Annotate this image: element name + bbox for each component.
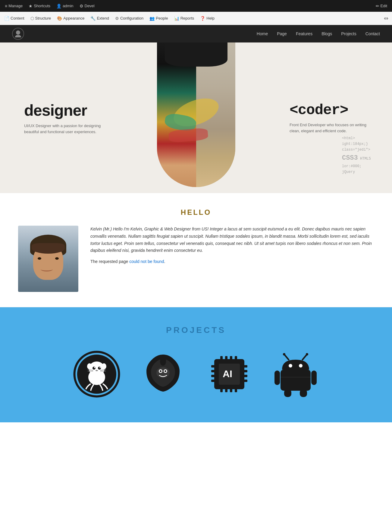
svg-rect-33 <box>211 365 215 368</box>
about-content: Kelvin (Mr.) Hello I'm Kelvin, Graphic &… <box>18 226 374 292</box>
svg-rect-51 <box>300 389 307 397</box>
svg-rect-40 <box>244 380 247 382</box>
svg-point-7 <box>93 367 96 370</box>
projects-grid: AI <box>12 350 380 398</box>
svg-rect-25 <box>220 356 223 360</box>
code-snippet: <html> ight:184px;} class="jedi"> CSS3 H… <box>342 136 371 175</box>
nav-appearance[interactable]: 🎨 Appearance <box>54 14 87 23</box>
project-android[interactable] <box>271 350 320 398</box>
edit-button[interactable]: ✏ Edit <box>373 2 390 10</box>
nav-bar-toggle[interactable]: ⇔ <box>381 15 391 22</box>
hero-coder: <coder> Front End Developer who focuses … <box>290 102 368 134</box>
svg-point-0 <box>16 30 20 35</box>
svg-rect-32 <box>235 389 237 392</box>
site-nav-projects[interactable]: Projects <box>341 31 356 36</box>
nav-appearance-label: Appearance <box>63 16 84 20</box>
svg-rect-36 <box>211 380 215 382</box>
shortcuts-menu[interactable]: ★ Shortcuts <box>26 2 53 10</box>
svg-point-45 <box>306 353 308 355</box>
project-ai[interactable]: AI <box>205 350 253 398</box>
site-header: Home Page Features Blogs Projects Contac… <box>0 25 392 42</box>
svg-point-6 <box>102 363 106 369</box>
nav-structure[interactable]: ⬡ Structure <box>27 14 54 23</box>
admin-menu[interactable]: 👤 admin <box>54 2 76 10</box>
svg-point-10 <box>99 367 101 368</box>
svg-rect-34 <box>211 370 215 372</box>
error-link[interactable]: could not be found <box>129 259 164 264</box>
ai-chip-icon: AI <box>205 350 253 398</box>
svg-rect-48 <box>274 371 280 385</box>
manage-menu[interactable]: ≡ Manage <box>2 2 25 10</box>
gear-icon: ⚙ <box>80 4 83 8</box>
svg-point-20 <box>165 370 166 372</box>
svg-point-43 <box>283 353 285 355</box>
site-nav-page[interactable]: Page <box>277 31 287 36</box>
nav-bar: 📄 Content ⬡ Structure 🎨 Appearance 🔧 Ext… <box>0 12 392 25</box>
hero-portrait-container <box>154 42 238 193</box>
nav-reports-label: Reports <box>180 16 194 20</box>
edit-button-area: ✏ Edit <box>373 2 390 10</box>
designer-title: designer <box>24 101 102 119</box>
svg-rect-49 <box>311 371 317 385</box>
project-github[interactable] <box>73 350 121 398</box>
site-nav-home[interactable]: Home <box>257 31 268 36</box>
nav-people[interactable]: 👥 People <box>146 14 171 23</box>
svg-rect-30 <box>225 389 227 392</box>
nav-extend[interactable]: 🔧 Extend <box>87 14 112 23</box>
content-icon: 📄 <box>4 16 9 21</box>
edit-label: Edit <box>381 4 387 8</box>
nav-extend-label: Extend <box>97 16 109 20</box>
admin-toolbar: ≡ Manage ★ Shortcuts 👤 admin ⚙ Devel ✏ E… <box>0 0 392 12</box>
pencil-icon: ✏ <box>376 4 379 8</box>
hero-face <box>157 42 235 187</box>
people-icon: 👥 <box>149 16 155 21</box>
svg-rect-41 <box>281 370 311 391</box>
site-nav-blogs[interactable]: Blogs <box>321 31 332 36</box>
github-icon <box>73 350 121 398</box>
nav-configuration[interactable]: ⚙ Configuration <box>112 14 146 23</box>
about-body: Kelvin (Mr.) Hello I'm Kelvin, Graphic &… <box>90 226 374 254</box>
hero-designer: designer UI/UX Designer with a passion f… <box>24 101 102 135</box>
nav-help-label: Help <box>206 16 215 20</box>
about-photo <box>18 226 78 292</box>
nav-help[interactable]: ❓ Help <box>197 14 218 23</box>
svg-point-19 <box>160 370 162 372</box>
nav-content-label: Content <box>11 16 24 20</box>
project-drupal[interactable] <box>139 350 187 398</box>
nav-content[interactable]: 📄 Content <box>1 14 27 23</box>
nav-reports[interactable]: 📊 Reports <box>171 14 197 23</box>
help-icon: ❓ <box>200 16 205 21</box>
svg-rect-29 <box>220 389 223 392</box>
devel-menu[interactable]: ⚙ Devel <box>77 2 97 10</box>
svg-point-4 <box>89 361 105 376</box>
shortcuts-label: Shortcuts <box>34 4 50 8</box>
about-text: Kelvin (Mr.) Hello I'm Kelvin, Graphic &… <box>90 226 374 264</box>
star-icon: ★ <box>29 4 33 8</box>
android-icon <box>271 350 320 398</box>
structure-icon: ⬡ <box>30 16 34 21</box>
svg-rect-50 <box>284 389 291 397</box>
site-nav-features[interactable]: Features <box>296 31 312 36</box>
reports-icon: 📊 <box>174 16 179 21</box>
logo-icon <box>14 30 22 38</box>
manage-label: Manage <box>8 4 23 8</box>
coder-desc: Front End Developer who focuses on writi… <box>290 122 368 134</box>
site-nav-contact[interactable]: Contact <box>365 31 380 36</box>
nav-people-label: People <box>156 16 168 20</box>
designer-desc: UI/UX Designer with a passion for design… <box>24 123 102 135</box>
svg-rect-39 <box>244 375 247 377</box>
hamburger-icon: ≡ <box>5 4 7 8</box>
svg-rect-38 <box>244 370 247 372</box>
hero-section: designer UI/UX Designer with a passion f… <box>0 42 392 193</box>
svg-rect-27 <box>230 356 232 360</box>
site-logo[interactable] <box>12 28 24 40</box>
svg-rect-28 <box>235 356 237 360</box>
about-error: The requested page could not be found. <box>90 259 374 264</box>
svg-point-9 <box>94 367 95 368</box>
svg-rect-31 <box>230 389 232 392</box>
svg-rect-37 <box>244 365 247 368</box>
svg-point-8 <box>98 367 101 370</box>
site-nav: Home Page Features Blogs Projects Contac… <box>257 31 380 36</box>
appearance-icon: 🎨 <box>57 16 62 21</box>
nav-config-label: Configuration <box>120 16 143 20</box>
